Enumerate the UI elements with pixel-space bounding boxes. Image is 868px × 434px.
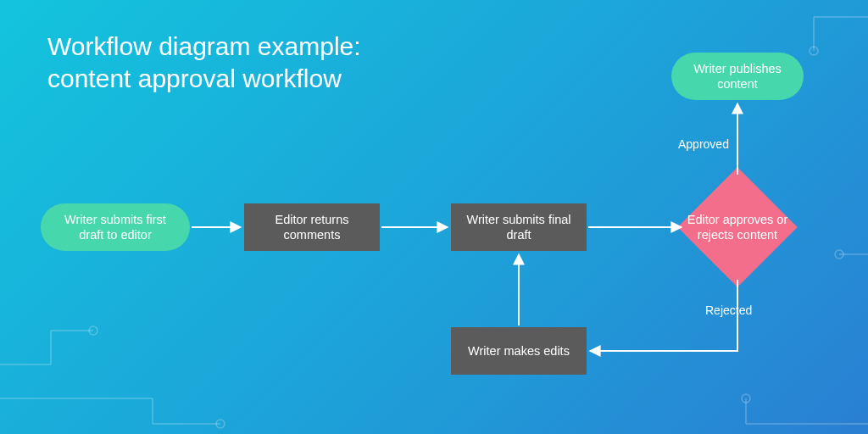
node-start: Writer submits first draft to editor [41, 203, 190, 251]
workflow-diagram: Workflow diagram example: content approv… [0, 0, 868, 434]
node-writer-submits-final-draft: Writer submits final draft [451, 203, 587, 251]
svg-point-0 [89, 326, 97, 335]
node-start-label: Writer submits first draft to editor [53, 212, 178, 242]
node-edits-label: Writer makes edits [468, 343, 570, 359]
title-line2: content approval workflow [47, 63, 361, 95]
title-line1: Workflow diagram example: [47, 32, 361, 60]
node-decision: Editor approves or rejects content [670, 168, 805, 287]
node-publish: Writer publishes content [671, 53, 804, 100]
svg-point-2 [810, 47, 818, 55]
node-final-label: Writer submits final draft [463, 212, 575, 242]
svg-point-1 [216, 420, 225, 428]
diagram-title: Workflow diagram example: content approv… [47, 31, 361, 94]
node-review-label: Editor returns comments [256, 212, 368, 242]
edge-label-approved: Approved [678, 137, 729, 151]
node-writer-makes-edits: Writer makes edits [451, 327, 587, 375]
edge-label-rejected: Rejected [705, 303, 752, 317]
svg-point-3 [835, 250, 843, 259]
node-publish-label: Writer publishes content [683, 61, 792, 92]
node-decision-label: Editor approves or rejects content [675, 212, 800, 242]
node-editor-returns-comments: Editor returns comments [244, 203, 380, 251]
svg-point-4 [742, 394, 750, 403]
